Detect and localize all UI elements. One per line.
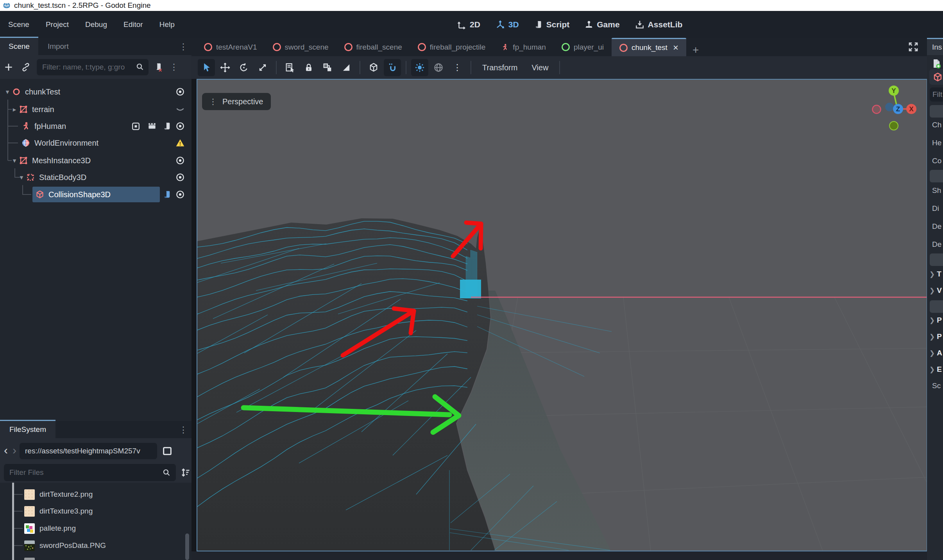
new-tab-button[interactable]: + — [686, 44, 705, 56]
warning-icon[interactable] — [174, 135, 187, 151]
file-list-scrollbar[interactable] — [185, 533, 189, 560]
filesystem-path-input[interactable] — [20, 443, 157, 459]
add-node-button[interactable] — [0, 62, 17, 72]
script-icon-blue[interactable] — [160, 187, 174, 202]
menu-editor[interactable]: Editor — [115, 16, 151, 33]
file-row-dirttexture3[interactable]: dirtTexture3.png — [24, 503, 93, 519]
scene-filter-input[interactable] — [37, 59, 149, 75]
inspector-button[interactable] — [930, 170, 943, 182]
visibility-eye-icon[interactable] — [174, 84, 187, 100]
section-p2[interactable]: ❯P — [929, 332, 942, 341]
transform-menu[interactable]: Transform — [475, 63, 524, 72]
rotate-tool-button[interactable] — [235, 59, 252, 76]
nav-back-icon[interactable]: ‹ — [0, 444, 10, 458]
snap-button[interactable] — [384, 59, 401, 76]
visibility-hidden-icon[interactable] — [174, 102, 187, 117]
file-row-swordposdata[interactable]: swordPosData.PNG — [24, 537, 106, 554]
menu-project[interactable]: Project — [38, 16, 77, 33]
viewport-options-dots[interactable]: ⋮ — [449, 59, 466, 76]
switch-game-button[interactable]: Game — [584, 20, 619, 29]
menu-debug[interactable]: Debug — [77, 16, 115, 33]
tree-row-fphuman[interactable]: fpHuman — [19, 118, 66, 134]
viewport-3d[interactable]: ⋮ Perspective Y X Z — [197, 79, 927, 551]
menu-help[interactable]: Help — [151, 16, 183, 33]
file-row-dirttexture2[interactable]: dirtTexture2.png — [24, 486, 93, 503]
scene-tab-fireball-projectile[interactable]: fireball_projectile — [410, 38, 494, 56]
view-menu[interactable]: View — [524, 63, 555, 72]
chevron-down-icon[interactable]: ▾ — [17, 173, 26, 182]
tree-row-worldenvironment[interactable]: WorldEnvironment — [19, 135, 98, 151]
preview-environment-button[interactable] — [430, 59, 447, 76]
close-tab-icon[interactable]: × — [673, 43, 678, 52]
axis-neg-z-ball[interactable] — [885, 103, 894, 111]
view-menu-dots[interactable]: ⋮ — [207, 98, 219, 105]
chevron-right-icon[interactable]: ▸ — [10, 105, 19, 114]
ruler-button[interactable] — [338, 59, 355, 76]
section-visibility[interactable]: ❯V — [929, 286, 942, 295]
inspector-button[interactable] — [930, 253, 943, 266]
section-e[interactable]: ❯E — [929, 365, 942, 374]
scene-tab-fireball-scene[interactable]: fireball_scene — [336, 38, 410, 56]
list-select-button[interactable] — [281, 59, 299, 76]
preview-sun-button[interactable] — [411, 59, 428, 76]
chevron-down-icon[interactable]: ▾ — [10, 157, 19, 165]
instance-scene-button[interactable] — [17, 62, 34, 72]
scene-tab-chunk-test[interactable]: chunk_test × — [612, 38, 686, 56]
scale-tool-button[interactable] — [254, 59, 271, 76]
switch-assetlib-button[interactable]: AssetLib — [635, 20, 683, 30]
script-icon[interactable] — [160, 118, 174, 134]
orientation-gizmo[interactable]: Y X Z — [862, 80, 927, 138]
open-scene-icon[interactable] — [145, 118, 159, 134]
group-button[interactable] — [319, 59, 336, 76]
sort-files-icon[interactable] — [180, 467, 191, 478]
lock-button[interactable] — [300, 59, 317, 76]
chevron-down-icon[interactable]: ▾ — [3, 88, 12, 96]
tree-row-meshinstance3d[interactable]: ▾ MeshInstance3D — [10, 153, 91, 168]
switch-3d-button[interactable]: 3D — [495, 20, 519, 30]
section-transform[interactable]: ❯T — [929, 270, 941, 278]
inspector-button[interactable] — [930, 105, 943, 118]
tab-inspector[interactable]: Ins — [927, 38, 943, 55]
tree-row-terrain[interactable]: ▸ terrain — [10, 102, 54, 117]
move-tool-button[interactable] — [217, 59, 234, 76]
visibility-eye-icon[interactable] — [174, 187, 187, 202]
nav-forward-icon[interactable]: › — [10, 444, 20, 458]
menu-scene[interactable]: Scene — [0, 16, 38, 33]
tree-row-chunktest[interactable]: ▾ chunkTest — [3, 84, 60, 100]
detach-script-icon[interactable]: ✕ — [149, 62, 167, 72]
expand-viewport-icon[interactable] — [907, 41, 919, 53]
projection-selector[interactable]: ⋮ Perspective — [202, 93, 271, 110]
section-a[interactable]: ❯A — [929, 349, 942, 357]
tab-filesystem[interactable]: FileSystem — [0, 420, 55, 438]
select-tool-button[interactable] — [198, 59, 215, 76]
inspector-button[interactable] — [930, 300, 943, 313]
file-row-partial[interactable] — [24, 555, 39, 560]
tree-options-dots[interactable]: ⋮ — [167, 63, 181, 71]
scene-tab-testarenav1[interactable]: testArenaV1 — [196, 38, 265, 56]
scene-tab-sword-scene[interactable]: sword_scene — [265, 38, 336, 56]
inspected-node-button[interactable] — [929, 69, 943, 85]
tab-import[interactable]: Import — [38, 38, 78, 55]
file-row-pallete[interactable]: pallete.png — [24, 520, 76, 537]
axis-neg-x-ball[interactable] — [873, 105, 881, 114]
inspector-filter-input[interactable]: Filt — [930, 87, 943, 102]
new-resource-icon[interactable] — [931, 58, 942, 69]
scene-tab-player-ui[interactable]: player_ui — [554, 38, 612, 56]
editable-children-icon[interactable] — [129, 118, 142, 134]
section-p1[interactable]: ❯P — [929, 316, 942, 325]
viewport-canvas[interactable] — [197, 80, 927, 551]
visibility-eye-icon[interactable] — [174, 118, 187, 134]
switch-2d-button[interactable]: 2D — [456, 20, 480, 30]
axis-neg-y-ball[interactable] — [889, 121, 898, 130]
split-view-icon[interactable] — [162, 446, 173, 457]
local-space-button[interactable] — [365, 59, 382, 76]
visibility-eye-icon[interactable] — [174, 153, 187, 168]
filesystem-options-dots[interactable]: ⋮ — [175, 422, 191, 438]
filter-files-input[interactable] — [4, 464, 176, 481]
visibility-eye-icon[interactable] — [174, 169, 187, 185]
scene-tab-fp-human[interactable]: fp_human — [493, 38, 554, 56]
tree-row-staticbody3d[interactable]: ▾ StaticBody3D — [17, 169, 86, 185]
tree-row-collisionshape3d[interactable]: CollisionShape3D — [35, 187, 111, 202]
switch-script-button[interactable]: Script — [534, 20, 570, 29]
tab-scene[interactable]: Scene — [0, 37, 38, 55]
